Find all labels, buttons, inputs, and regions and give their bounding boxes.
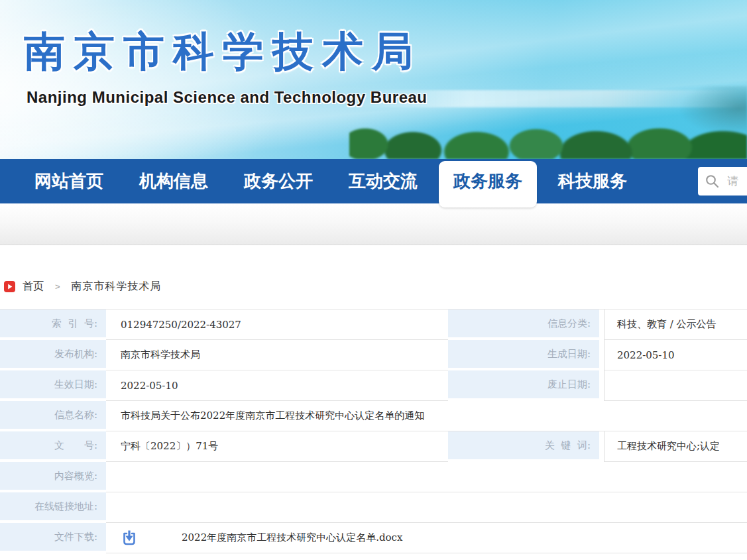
info-table: 索 引 号: 012947250/2022-43027 信息分类: 科技、教育 …: [0, 309, 747, 553]
nav-item-tech-service[interactable]: 科技服务: [558, 159, 627, 203]
value-effective-date: 2022-05-10: [106, 370, 448, 401]
site-banner: 南京市科学技术局 Nanjing Municipal Science and T…: [0, 0, 747, 159]
breadcrumb: 首页 > 南京市科学技术局: [4, 278, 747, 295]
value-generation-date: 2022-05-10: [604, 340, 747, 370]
nav-item-interaction[interactable]: 互动交流: [349, 159, 418, 203]
value-document-number: 宁科〔2022〕）71号: [106, 431, 448, 462]
nav-subband: [0, 203, 747, 245]
label-info-category: 信息分类:: [448, 309, 604, 340]
red-play-icon: [4, 281, 15, 292]
value-index-number: 012947250/2022-43027: [106, 309, 448, 340]
nav-item-org-info[interactable]: 机构信息: [139, 159, 208, 203]
label-generation-date: 生成日期:: [448, 340, 604, 370]
value-online-link: [106, 492, 747, 523]
search-icon: [705, 174, 719, 188]
main-nav: 网站首页 机构信息 政务公开 互动交流 政务服务 科技服务: [0, 159, 747, 203]
site-title: 南京市科学技术局: [24, 24, 422, 80]
value-issuing-agency: 南京市科学技术局: [106, 340, 448, 370]
label-content-overview: 内容概览:: [0, 462, 106, 492]
label-keywords: 关 键 词:: [448, 431, 604, 462]
value-file-download: 2022年度南京市工程技术研究中心认定名单.docx: [106, 523, 747, 553]
label-index-number: 索 引 号:: [0, 309, 106, 340]
nav-item-gov-service-active[interactable]: 政务服务: [453, 159, 522, 203]
breadcrumb-separator: >: [55, 282, 60, 292]
search-box[interactable]: [698, 167, 747, 196]
label-effective-date: 生效日期:: [0, 370, 106, 401]
breadcrumb-home-link[interactable]: 首页: [23, 280, 44, 294]
search-input[interactable]: [727, 175, 747, 188]
label-issuing-agency: 发布机构:: [0, 340, 106, 370]
label-file-download: 文件下载:: [0, 523, 106, 553]
value-content-overview: [106, 462, 747, 492]
site-subtitle-en: Nanjing Municipal Science and Technology…: [27, 88, 427, 107]
label-info-name: 信息名称:: [0, 401, 106, 431]
label-online-link: 在线链接地址:: [0, 492, 106, 523]
label-repeal-date: 废止日期:: [448, 370, 604, 401]
label-document-number: 文 号:: [0, 431, 106, 462]
nav-item-site-home[interactable]: 网站首页: [34, 159, 103, 203]
value-info-name: 市科技局关于公布2022年度南京市工程技术研究中心认定名单的通知: [106, 401, 747, 431]
value-keywords: 工程技术研究中心;认定: [604, 431, 747, 462]
nav-item-gov-openness[interactable]: 政务公开: [244, 159, 313, 203]
download-icon[interactable]: [121, 529, 138, 547]
value-repeal-date: [604, 370, 747, 401]
value-info-category: 科技、教育 / 公示公告: [604, 309, 747, 340]
breadcrumb-current: 南京市科学技术局: [72, 280, 162, 294]
attachment-link[interactable]: 2022年度南京市工程技术研究中心认定名单.docx: [182, 532, 402, 544]
